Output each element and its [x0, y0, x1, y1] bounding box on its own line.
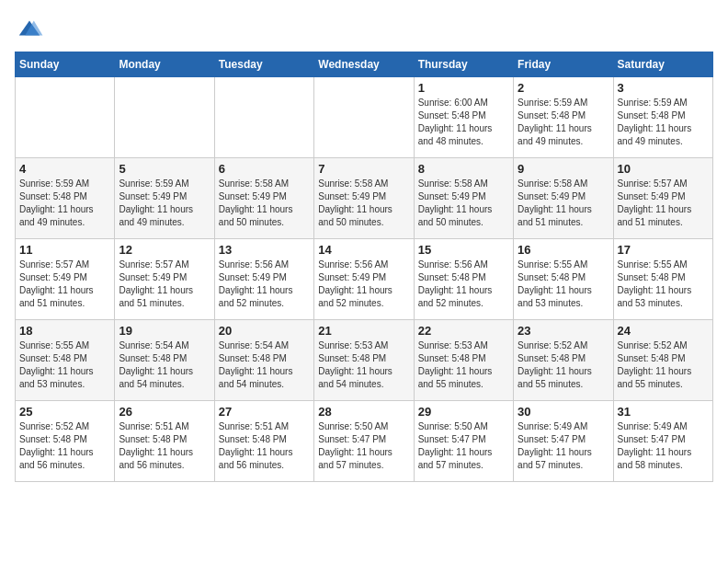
- day-info: Sunrise: 5:54 AMSunset: 5:48 PMDaylight:…: [119, 339, 210, 391]
- day-number: 24: [618, 324, 709, 338]
- day-number: 11: [19, 243, 110, 257]
- weekday-header: Sunday: [16, 52, 115, 77]
- day-info: Sunrise: 5:50 AMSunset: 5:47 PMDaylight:…: [418, 420, 509, 472]
- day-info: Sunrise: 5:53 AMSunset: 5:48 PMDaylight:…: [318, 339, 409, 391]
- calendar-cell: 1Sunrise: 6:00 AMSunset: 5:48 PMDaylight…: [414, 77, 513, 158]
- logo-icon: [15, 15, 44, 44]
- page-header: [15, 15, 713, 44]
- calendar-cell: 17Sunrise: 5:55 AMSunset: 5:48 PMDayligh…: [613, 239, 712, 320]
- weekday-header: Tuesday: [214, 52, 313, 77]
- calendar-week-row: 1Sunrise: 6:00 AMSunset: 5:48 PMDaylight…: [16, 77, 713, 158]
- calendar-cell: 6Sunrise: 5:58 AMSunset: 5:49 PMDaylight…: [214, 158, 313, 239]
- day-number: 26: [119, 405, 210, 419]
- calendar-cell: 9Sunrise: 5:58 AMSunset: 5:49 PMDaylight…: [514, 158, 613, 239]
- calendar-cell: 4Sunrise: 5:59 AMSunset: 5:48 PMDaylight…: [16, 158, 115, 239]
- day-info: Sunrise: 5:50 AMSunset: 5:47 PMDaylight:…: [318, 420, 409, 472]
- calendar-week-row: 11Sunrise: 5:57 AMSunset: 5:49 PMDayligh…: [16, 239, 713, 320]
- day-number: 16: [518, 243, 609, 257]
- calendar-cell: [115, 77, 214, 158]
- day-number: 15: [418, 243, 509, 257]
- calendar-week-row: 25Sunrise: 5:52 AMSunset: 5:48 PMDayligh…: [16, 401, 713, 482]
- weekday-header: Wednesday: [314, 52, 414, 77]
- day-info: Sunrise: 5:57 AMSunset: 5:49 PMDaylight:…: [19, 259, 110, 310]
- day-number: 1: [418, 81, 509, 95]
- day-info: Sunrise: 5:59 AMSunset: 5:49 PMDaylight:…: [119, 178, 210, 229]
- calendar-cell: 28Sunrise: 5:50 AMSunset: 5:47 PMDayligh…: [314, 401, 414, 482]
- weekday-header: Monday: [115, 52, 214, 77]
- calendar-cell: [314, 77, 414, 158]
- calendar-cell: 3Sunrise: 5:59 AMSunset: 5:48 PMDaylight…: [613, 77, 712, 158]
- day-number: 22: [418, 324, 509, 338]
- calendar-cell: 24Sunrise: 5:52 AMSunset: 5:48 PMDayligh…: [613, 320, 712, 401]
- day-number: 9: [518, 162, 609, 176]
- calendar-cell: 26Sunrise: 5:51 AMSunset: 5:48 PMDayligh…: [115, 401, 214, 482]
- day-number: 6: [219, 162, 310, 176]
- day-info: Sunrise: 5:52 AMSunset: 5:48 PMDaylight:…: [518, 339, 609, 391]
- day-number: 13: [219, 243, 310, 257]
- day-number: 12: [119, 243, 210, 257]
- day-number: 23: [518, 324, 609, 338]
- calendar-cell: 22Sunrise: 5:53 AMSunset: 5:48 PMDayligh…: [414, 320, 513, 401]
- day-info: Sunrise: 5:58 AMSunset: 5:49 PMDaylight:…: [318, 178, 409, 229]
- day-number: 5: [119, 162, 210, 176]
- day-number: 19: [119, 324, 210, 338]
- logo: [15, 15, 48, 44]
- calendar-cell: 14Sunrise: 5:56 AMSunset: 5:49 PMDayligh…: [314, 239, 414, 320]
- day-number: 29: [418, 405, 509, 419]
- day-info: Sunrise: 5:52 AMSunset: 5:48 PMDaylight:…: [618, 339, 709, 391]
- calendar-cell: 2Sunrise: 5:59 AMSunset: 5:48 PMDaylight…: [514, 77, 613, 158]
- calendar-cell: 5Sunrise: 5:59 AMSunset: 5:49 PMDaylight…: [115, 158, 214, 239]
- weekday-header: Saturday: [613, 52, 712, 77]
- weekday-header: Thursday: [414, 52, 513, 77]
- day-number: 31: [618, 405, 709, 419]
- calendar-cell: 23Sunrise: 5:52 AMSunset: 5:48 PMDayligh…: [514, 320, 613, 401]
- day-number: 27: [219, 405, 310, 419]
- day-number: 20: [219, 324, 310, 338]
- calendar-cell: 19Sunrise: 5:54 AMSunset: 5:48 PMDayligh…: [115, 320, 214, 401]
- day-info: Sunrise: 5:55 AMSunset: 5:48 PMDaylight:…: [19, 339, 110, 391]
- calendar-cell: 20Sunrise: 5:54 AMSunset: 5:48 PMDayligh…: [214, 320, 313, 401]
- weekday-header: Friday: [514, 52, 613, 77]
- day-number: 17: [618, 243, 709, 257]
- day-info: Sunrise: 5:49 AMSunset: 5:47 PMDaylight:…: [618, 420, 709, 472]
- calendar-cell: 30Sunrise: 5:49 AMSunset: 5:47 PMDayligh…: [514, 401, 613, 482]
- calendar-week-row: 18Sunrise: 5:55 AMSunset: 5:48 PMDayligh…: [16, 320, 713, 401]
- calendar-cell: 29Sunrise: 5:50 AMSunset: 5:47 PMDayligh…: [414, 401, 513, 482]
- day-number: 18: [19, 324, 110, 338]
- day-info: Sunrise: 5:54 AMSunset: 5:48 PMDaylight:…: [219, 339, 310, 391]
- calendar-cell: [214, 77, 313, 158]
- day-number: 30: [518, 405, 609, 419]
- day-number: 28: [318, 405, 409, 419]
- day-number: 2: [518, 81, 609, 95]
- day-number: 21: [318, 324, 409, 338]
- calendar-cell: 25Sunrise: 5:52 AMSunset: 5:48 PMDayligh…: [16, 401, 115, 482]
- day-info: Sunrise: 5:55 AMSunset: 5:48 PMDaylight:…: [518, 259, 609, 310]
- day-number: 10: [618, 162, 709, 176]
- day-info: Sunrise: 5:52 AMSunset: 5:48 PMDaylight:…: [19, 420, 110, 472]
- calendar-cell: 11Sunrise: 5:57 AMSunset: 5:49 PMDayligh…: [16, 239, 115, 320]
- calendar-cell: 15Sunrise: 5:56 AMSunset: 5:48 PMDayligh…: [414, 239, 513, 320]
- day-info: Sunrise: 5:51 AMSunset: 5:48 PMDaylight:…: [219, 420, 310, 472]
- day-info: Sunrise: 5:53 AMSunset: 5:48 PMDaylight:…: [418, 339, 509, 391]
- calendar-cell: 16Sunrise: 5:55 AMSunset: 5:48 PMDayligh…: [514, 239, 613, 320]
- calendar-cell: 8Sunrise: 5:58 AMSunset: 5:49 PMDaylight…: [414, 158, 513, 239]
- day-info: Sunrise: 5:56 AMSunset: 5:49 PMDaylight:…: [219, 259, 310, 310]
- day-info: Sunrise: 5:49 AMSunset: 5:47 PMDaylight:…: [518, 420, 609, 472]
- calendar-cell: 7Sunrise: 5:58 AMSunset: 5:49 PMDaylight…: [314, 158, 414, 239]
- day-number: 8: [418, 162, 509, 176]
- day-info: Sunrise: 5:59 AMSunset: 5:48 PMDaylight:…: [518, 97, 609, 148]
- day-info: Sunrise: 5:57 AMSunset: 5:49 PMDaylight:…: [119, 259, 210, 310]
- calendar-cell: 13Sunrise: 5:56 AMSunset: 5:49 PMDayligh…: [214, 239, 313, 320]
- calendar-table: SundayMondayTuesdayWednesdayThursdayFrid…: [15, 52, 713, 482]
- day-number: 14: [318, 243, 409, 257]
- day-info: Sunrise: 5:56 AMSunset: 5:48 PMDaylight:…: [418, 259, 509, 310]
- day-info: Sunrise: 5:59 AMSunset: 5:48 PMDaylight:…: [19, 178, 110, 229]
- day-info: Sunrise: 5:59 AMSunset: 5:48 PMDaylight:…: [618, 97, 709, 148]
- calendar-cell: 27Sunrise: 5:51 AMSunset: 5:48 PMDayligh…: [214, 401, 313, 482]
- calendar-cell: 31Sunrise: 5:49 AMSunset: 5:47 PMDayligh…: [613, 401, 712, 482]
- calendar-cell: 18Sunrise: 5:55 AMSunset: 5:48 PMDayligh…: [16, 320, 115, 401]
- calendar-cell: [16, 77, 115, 158]
- calendar-header-row: SundayMondayTuesdayWednesdayThursdayFrid…: [16, 52, 713, 77]
- day-number: 7: [318, 162, 409, 176]
- day-info: Sunrise: 5:56 AMSunset: 5:49 PMDaylight:…: [318, 259, 409, 310]
